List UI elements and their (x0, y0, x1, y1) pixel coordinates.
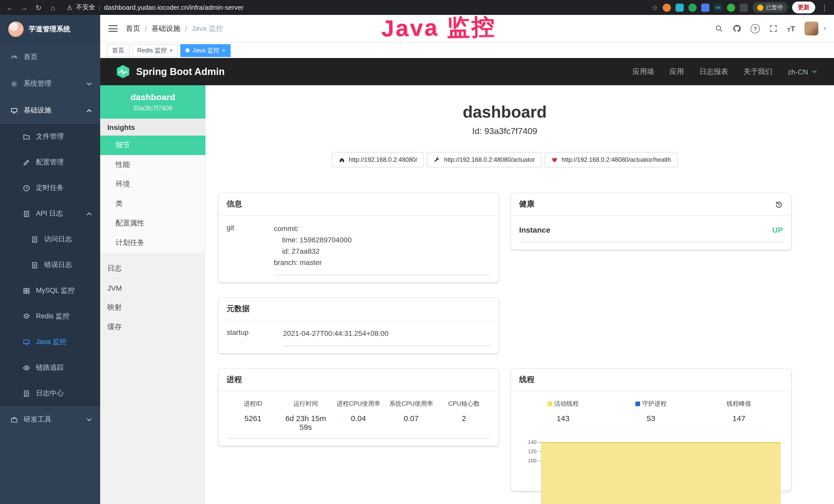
home-icon[interactable]: ⌂ (48, 3, 58, 12)
sidebar-item-home[interactable]: 首页 (0, 44, 100, 70)
sidebar-item-error-logs[interactable]: 错误日志 (0, 252, 100, 278)
stat-system-cpu: 系统CPU使用率 0.07 (385, 399, 437, 438)
folder-icon (23, 133, 30, 140)
back-icon[interactable]: ← (5, 3, 14, 12)
stat-uptime: 运行时间 6d 23h 15m 59s (279, 399, 332, 438)
address-divider: | (99, 4, 101, 11)
sba-item-caches[interactable]: 缓存 (100, 317, 205, 337)
browser-menu-kebab-icon[interactable]: ⋮ (820, 3, 829, 12)
chrome-update-button[interactable]: 更新 (792, 2, 815, 13)
heartbeat-icon (551, 156, 558, 163)
sidebar-item-dev-tools[interactable]: 研发工具 (0, 406, 100, 433)
threads-chart-y-axis: 140 120 100 (519, 437, 541, 484)
annotation-java-monitor: Java 监控 (381, 11, 496, 44)
extension-icon-1[interactable] (663, 3, 671, 12)
breadcrumb-home[interactable]: 首页 (126, 24, 140, 33)
address-bar[interactable]: ⚠ 不安全 | dashboard.yudao.iocoder.cn/infra… (67, 3, 646, 12)
sba-item-environment[interactable]: 环境 (100, 175, 205, 194)
sidebar-toggle-hamburger-icon[interactable] (108, 25, 118, 32)
sidebar-item-java-monitor[interactable]: Java 监控 (0, 329, 100, 355)
sba-nav-about[interactable]: 关于我们 (744, 67, 772, 76)
document-icon (31, 235, 39, 243)
sidebar-item-config-management[interactable]: 配置管理 (0, 150, 100, 175)
instance-actuator-url-button[interactable]: http://192.168.0.2:48080/actuator (427, 152, 542, 167)
threads-legend: 活动线程 143 守护进程 (519, 398, 783, 429)
instance-base-url-button[interactable]: http://192.168.0.2:48080/ (332, 152, 424, 167)
sba-item-mappings[interactable]: 映射 (100, 298, 205, 317)
bookmark-star-icon[interactable]: ☆ (652, 3, 658, 12)
extension-icon-3[interactable] (688, 3, 697, 12)
user-avatar[interactable] (805, 22, 818, 36)
sba-item-details[interactable]: 细节 (100, 136, 205, 155)
metadata-startup-row: startup 2021-04-27T00:44:31.254+08:00 (226, 328, 490, 346)
sidebar-item-mysql-monitor[interactable]: MySQL 监控 (0, 278, 100, 303)
extension-icon-7[interactable] (740, 3, 748, 12)
search-icon[interactable] (715, 24, 723, 33)
health-instance-row[interactable]: Instance UP (519, 223, 783, 243)
threads-card-title: 线程 (511, 369, 791, 391)
sidebar-item-infrastructure[interactable]: 基础设施 (0, 97, 100, 124)
locale-select[interactable]: zh-CN (788, 68, 818, 76)
live-threads-swatch (547, 402, 552, 406)
sba-nav-wallboard[interactable]: 应用墙 (633, 67, 654, 76)
legend-daemon-threads: 守护进程 53 (607, 399, 695, 429)
sba-item-config-properties[interactable]: 配置属性 (100, 214, 205, 233)
avatar-caret-icon[interactable]: ▾ (824, 26, 826, 31)
sba-nav-applications[interactable]: 应用 (670, 67, 684, 76)
sba-item-jvm[interactable]: JVM (100, 278, 205, 298)
page-subtitle: Id: 93a3fc7f7409 (218, 126, 791, 137)
sba-item-scheduled-tasks[interactable]: 计划任务 (100, 233, 205, 253)
tab-close-icon[interactable]: × (170, 47, 173, 53)
sba-item-logs[interactable]: 日志 (100, 259, 205, 278)
security-label[interactable]: 不安全 (76, 3, 95, 12)
forward-icon[interactable]: → (20, 3, 29, 12)
github-icon[interactable] (732, 24, 741, 33)
history-icon[interactable] (775, 200, 783, 208)
fullscreen-icon[interactable] (769, 24, 778, 33)
sidebar-item-scheduled-jobs[interactable]: 定时任务 (0, 175, 100, 201)
instance-id: 93a3fc7f7409 (100, 105, 205, 112)
tab-close-icon[interactable]: × (222, 47, 225, 53)
sidebar-item-redis-monitor[interactable]: Redis 监控 (0, 303, 100, 329)
home-icon (338, 156, 345, 163)
sba-nav-journal[interactable]: 日志报表 (699, 67, 728, 76)
sba-sidebar: dashboard 93a3fc7f7409 Insights 细节 性能 环境… (100, 85, 205, 504)
sidebar-item-system-management[interactable]: 系统管理 (0, 70, 100, 97)
spring-boot-admin-logo-icon (115, 64, 130, 79)
extension-icon-2[interactable] (676, 3, 684, 12)
admin-sidebar: 芋道管理系统 首页 系统管理 基础设施 文件管理 (0, 15, 100, 504)
sidebar-item-link-tracing[interactable]: 链路追踪 (0, 355, 100, 381)
threads-chart-plot (541, 437, 781, 484)
sidebar-item-log-center[interactable]: 日志中心 (0, 381, 100, 406)
tab-java-monitor[interactable]: Java 监控 × (180, 44, 231, 57)
stat-pid: 进程ID 5261 (226, 399, 279, 438)
translate-paused-badge[interactable]: 已暂停 (752, 2, 788, 13)
sba-section-insights[interactable]: Insights (100, 119, 205, 136)
info-value: commit: time: 1596289704000 id: 27aa832 … (274, 223, 490, 275)
info-card-title: 信息 (218, 193, 499, 216)
sba-brand[interactable]: Spring Boot Admin (115, 64, 225, 79)
health-row-label: Instance (519, 225, 550, 234)
tab-redis-monitor[interactable]: Redis 监控 × (132, 44, 178, 57)
instance-health-url-button[interactable]: http://192.168.0.2:48080/actuator/health (545, 152, 678, 167)
chevron-down-icon (85, 416, 93, 423)
instance-header[interactable]: dashboard 93a3fc7f7409 (100, 85, 205, 119)
sba-root-list: 日志 JVM 映射 缓存 (100, 259, 205, 337)
sidebar-item-file-management[interactable]: 文件管理 (0, 124, 100, 150)
breadcrumb-infrastructure[interactable]: 基础设施 (152, 24, 180, 33)
monitor-icon (10, 107, 18, 114)
metadata-card-title: 元数据 (218, 298, 499, 320)
extension-icon-4[interactable] (701, 3, 709, 12)
font-size-icon[interactable]: TT (787, 24, 795, 33)
sba-nav-links: 应用墙 应用 日志报表 关于我们 zh-CN (633, 67, 818, 76)
sidebar-item-access-logs[interactable]: 访问日志 (0, 226, 100, 252)
tab-home[interactable]: 首页 (107, 44, 129, 57)
sidebar-item-api-logs[interactable]: API 日志 (0, 201, 100, 226)
extension-icon-proxy-on[interactable]: on (714, 3, 722, 12)
help-icon[interactable]: ? (750, 24, 760, 33)
extension-icon-6[interactable] (727, 3, 735, 12)
url-text[interactable]: dashboard.yudao.iocoder.cn/infra/admin-s… (104, 4, 243, 11)
reload-icon[interactable]: ↻ (34, 3, 43, 12)
sba-item-performance[interactable]: 性能 (100, 155, 205, 175)
sba-item-classes[interactable]: 类 (100, 194, 205, 214)
